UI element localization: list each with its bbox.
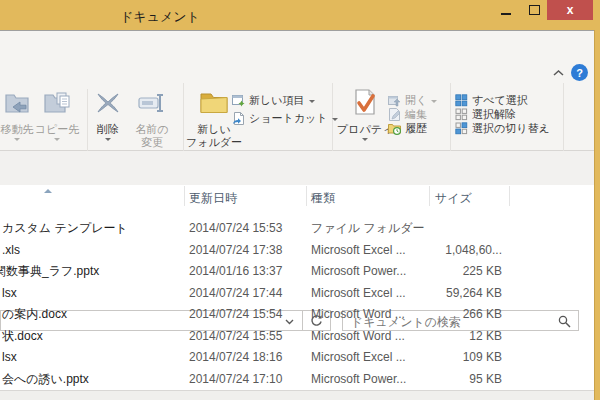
file-name[interactable]: カスタム テンプレート bbox=[2, 218, 128, 240]
column-headers: 更新日時 種類 サイズ bbox=[0, 185, 594, 208]
column-header-type[interactable]: 種類 bbox=[311, 190, 335, 207]
column-divider[interactable] bbox=[429, 186, 430, 206]
file-name[interactable]: 状.docx bbox=[2, 326, 43, 348]
file-type: Microsoft Excel ... bbox=[311, 240, 406, 262]
column-divider[interactable] bbox=[184, 186, 185, 206]
new-item-button[interactable]: 新しい項目 bbox=[232, 93, 315, 107]
window-title: ドキュメント bbox=[120, 8, 200, 26]
file-type: Microsoft Excel ... bbox=[311, 283, 406, 305]
edit-icon bbox=[388, 108, 401, 121]
properties-button[interactable]: プロパティ bbox=[341, 86, 389, 141]
shortcut-button[interactable]: ショートカット bbox=[232, 111, 338, 125]
ribbon: ? 移動先 コピー先 削除 bbox=[0, 30, 594, 151]
rename-icon bbox=[136, 86, 168, 120]
file-row[interactable]: 会への誘い.pptx 2014/07/24 17:10 Microsoft Po… bbox=[0, 369, 594, 391]
file-size: 59,264 KB bbox=[424, 283, 502, 305]
titlebar: ドキュメント x bbox=[0, 0, 600, 30]
help-button[interactable]: ? bbox=[571, 64, 588, 81]
shortcut-caret bbox=[332, 118, 338, 121]
minimize-icon bbox=[501, 13, 511, 15]
window-border bbox=[594, 30, 600, 400]
file-name[interactable]: lsx bbox=[2, 283, 17, 305]
shortcut-icon bbox=[232, 112, 245, 125]
file-row[interactable]: .xls 2014/07/24 17:38 Microsoft Excel ..… bbox=[0, 240, 594, 262]
rename-button[interactable]: 名前の 変更 bbox=[126, 86, 178, 149]
status-bar bbox=[0, 390, 594, 400]
edit-button[interactable]: 編集 bbox=[388, 107, 427, 121]
file-name[interactable]: 会への誘い.pptx bbox=[2, 369, 89, 391]
copy-to-caret bbox=[54, 138, 60, 141]
copy-to-icon bbox=[41, 86, 73, 120]
column-divider[interactable] bbox=[306, 186, 307, 206]
delete-button[interactable]: 削除 bbox=[84, 86, 132, 141]
open-caret bbox=[431, 100, 437, 103]
new-folder-icon bbox=[198, 86, 230, 120]
file-size: 1,048,60... bbox=[424, 240, 502, 262]
open-icon bbox=[388, 94, 401, 107]
history-button[interactable]: 履歴 bbox=[388, 121, 427, 135]
column-header-date-modified[interactable]: 更新日時 bbox=[189, 190, 237, 207]
file-date: 2014/07/24 15:53 bbox=[189, 218, 282, 240]
select-none-icon bbox=[455, 108, 468, 121]
file-name[interactable]: lsx bbox=[2, 347, 17, 369]
file-date: 2014/07/24 18:16 bbox=[189, 347, 282, 369]
file-date: 2014/07/24 17:38 bbox=[189, 240, 282, 262]
file-type: Microsoft Power... bbox=[311, 369, 406, 391]
delete-icon bbox=[92, 86, 124, 120]
column-header-size[interactable]: サイズ bbox=[435, 190, 472, 207]
file-row[interactable]: 状.docx 2014/07/24 15:55 Microsoft Word .… bbox=[0, 326, 594, 348]
file-type: Microsoft Word ... bbox=[311, 326, 405, 348]
file-row[interactable]: カスタム テンプレート 2014/07/24 15:53 ファイル フォルダー bbox=[0, 218, 594, 240]
select-none-button[interactable]: 選択解除 bbox=[455, 107, 516, 121]
chevron-up-icon bbox=[553, 70, 564, 76]
file-type: Microsoft Word ... bbox=[311, 304, 405, 326]
new-item-icon bbox=[232, 94, 245, 107]
file-date: 2014/07/24 17:44 bbox=[189, 283, 282, 305]
invert-selection-icon bbox=[455, 122, 468, 135]
file-type: Microsoft Excel ... bbox=[311, 347, 406, 369]
select-all-button[interactable]: すべて選択 bbox=[455, 93, 528, 107]
navigation-band: ドキュメントの検索 bbox=[0, 151, 594, 185]
collapse-ribbon-button[interactable] bbox=[551, 68, 565, 78]
file-size: 266 KB bbox=[424, 304, 502, 326]
minimize-button[interactable] bbox=[492, 0, 520, 20]
invert-selection-button[interactable]: 選択の切り替え bbox=[455, 121, 550, 135]
file-row[interactable]: lsx 2014/07/24 17:44 Microsoft Excel ...… bbox=[0, 283, 594, 305]
file-name[interactable]: の案内.docx bbox=[2, 304, 67, 326]
explorer-window: ドキュメント x ? 移動先 コピー先 bbox=[0, 0, 600, 400]
maximize-icon bbox=[529, 5, 540, 15]
file-row[interactable]: lsx 2014/07/24 18:16 Microsoft Excel ...… bbox=[0, 347, 594, 369]
file-date: 2014/07/24 15:55 bbox=[189, 326, 282, 348]
open-button[interactable]: 開く bbox=[388, 93, 437, 107]
sort-ascending-icon bbox=[44, 189, 52, 193]
maximize-button[interactable] bbox=[520, 0, 548, 20]
file-name[interactable]: 関数事典_ラフ.pptx bbox=[0, 261, 99, 283]
file-date: 2014/01/16 13:37 bbox=[189, 261, 282, 283]
move-to-caret bbox=[14, 138, 20, 141]
file-date: 2014/07/24 17:10 bbox=[189, 369, 282, 391]
delete-caret bbox=[105, 138, 111, 141]
properties-icon bbox=[349, 86, 381, 120]
properties-caret bbox=[362, 138, 368, 141]
file-list: カスタム テンプレート 2014/07/24 15:53 ファイル フォルダー … bbox=[0, 218, 594, 390]
file-size: 225 KB bbox=[424, 261, 502, 283]
file-size: 95 KB bbox=[424, 369, 502, 391]
history-icon bbox=[388, 122, 401, 135]
file-name[interactable]: .xls bbox=[2, 240, 20, 262]
file-type: Microsoft Power... bbox=[311, 261, 406, 283]
file-date: 2014/07/24 15:54 bbox=[189, 304, 282, 326]
new-item-caret bbox=[309, 100, 315, 103]
column-divider[interactable] bbox=[509, 186, 510, 206]
file-row[interactable]: 関数事典_ラフ.pptx 2014/01/16 13:37 Microsoft … bbox=[0, 261, 594, 283]
file-type: ファイル フォルダー bbox=[311, 218, 425, 240]
move-to-icon bbox=[1, 86, 33, 120]
file-row[interactable]: の案内.docx 2014/07/24 15:54 Microsoft Word… bbox=[0, 304, 594, 326]
close-button[interactable]: x bbox=[547, 0, 593, 20]
file-size: 109 KB bbox=[424, 347, 502, 369]
file-size: 12 KB bbox=[424, 326, 502, 348]
copy-to-button[interactable]: コピー先 bbox=[31, 86, 83, 141]
select-all-icon bbox=[455, 94, 468, 107]
